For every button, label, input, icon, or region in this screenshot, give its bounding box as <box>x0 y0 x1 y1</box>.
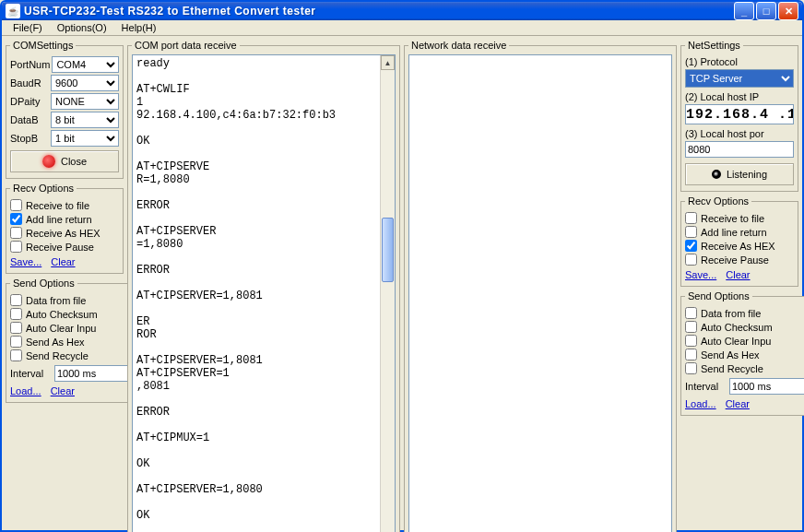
net-send-options-group: Send Options Data from file Auto Checksu… <box>680 290 804 416</box>
add-line-return-label: Add line return <box>26 214 92 225</box>
menu-options[interactable]: Options(O) <box>50 20 114 35</box>
net-auto-checksum-label: Auto Checksum <box>701 322 773 333</box>
net-send-recycle-checkbox[interactable] <box>685 362 697 374</box>
net-auto-clear-input-checkbox[interactable] <box>685 335 697 347</box>
net-send-load-link[interactable]: Load... <box>685 398 716 409</box>
recv-clear-link[interactable]: Clear <box>51 256 75 267</box>
protocol-select[interactable]: TCP Server <box>685 69 794 88</box>
net-auto-clear-input-label: Auto Clear Inpu <box>701 336 771 347</box>
auto-clear-input-checkbox[interactable] <box>10 322 22 334</box>
recv-pause-label: Receive Pause <box>26 242 94 253</box>
close-port-label: Close <box>61 156 87 167</box>
net-interval-input[interactable] <box>729 378 804 395</box>
localport-label: (3) Local host por <box>685 128 794 139</box>
stopb-select[interactable]: 1 bit <box>51 130 119 147</box>
com-recv-legend: COM port data receive <box>132 40 240 51</box>
localip-input[interactable] <box>685 104 794 124</box>
parity-select[interactable]: NONE <box>51 93 119 110</box>
com-settings-group: COMSettings PortNumCOM4 BaudR9600 DPaity… <box>6 40 124 179</box>
net-recv-pause-checkbox[interactable] <box>685 254 697 266</box>
datab-select[interactable]: 8 bit <box>51 112 119 128</box>
minimize-button[interactable]: _ <box>734 2 754 20</box>
baud-select[interactable]: 9600 <box>51 75 119 91</box>
send-options-legend: Send Options <box>10 278 77 289</box>
recv-as-hex-label: Receive As HEX <box>26 228 100 239</box>
net-data-from-file-checkbox[interactable] <box>685 307 697 319</box>
net-add-line-return-checkbox[interactable] <box>685 226 697 238</box>
maximize-button[interactable]: □ <box>756 2 776 20</box>
net-settings-legend: NetSettings <box>685 40 743 51</box>
menu-file[interactable]: File(F) <box>6 20 50 35</box>
net-send-clear-link[interactable]: Clear <box>726 398 750 409</box>
portnum-select[interactable]: COM4 <box>52 56 119 73</box>
localport-input[interactable] <box>685 141 794 158</box>
net-auto-checksum-checkbox[interactable] <box>685 321 697 333</box>
net-recv-as-hex-label: Receive As HEX <box>701 241 775 252</box>
listening-button[interactable]: Listening <box>685 163 794 185</box>
menubar: File(F) Options(O) Help(H) <box>2 20 802 36</box>
send-clear-link[interactable]: Clear <box>51 385 75 396</box>
net-settings-group: NetSettings (1) Protocol TCP Server (2) … <box>680 40 798 192</box>
app-icon: ☕ <box>6 4 20 18</box>
net-send-as-hex-label: Send As Hex <box>701 349 760 361</box>
recv-pause-checkbox[interactable] <box>10 241 22 253</box>
recv-to-file-label: Receive to file <box>26 200 89 211</box>
recv-save-link[interactable]: Save... <box>10 256 41 267</box>
datab-label: DataB <box>10 114 49 125</box>
net-recv-to-file-checkbox[interactable] <box>685 212 697 224</box>
recv-as-hex-checkbox[interactable] <box>10 227 22 239</box>
net-add-line-return-label: Add line return <box>701 227 767 238</box>
send-recycle-label: Send Recycle <box>26 350 89 361</box>
interval-label: Interval <box>10 368 53 379</box>
net-send-options-legend: Send Options <box>685 290 752 301</box>
net-send-recycle-label: Send Recycle <box>701 363 763 374</box>
scroll-up-icon[interactable]: ▲ <box>381 55 395 70</box>
com-scrollbar[interactable]: ▲ ▼ <box>380 55 395 532</box>
auto-checksum-label: Auto Checksum <box>26 309 98 320</box>
recv-to-file-checkbox[interactable] <box>10 199 22 211</box>
net-receive-textarea[interactable] <box>408 54 672 532</box>
send-as-hex-label: Send As Hex <box>26 337 85 348</box>
net-recv-legend: Network data receive <box>408 40 509 51</box>
net-recv-as-hex-checkbox[interactable] <box>685 240 697 252</box>
com-receive-textarea[interactable]: ready AT+CWLIF 1 92.168.4.100,c4:6a:b7:3… <box>132 54 396 532</box>
stopb-label: StopB <box>10 133 49 144</box>
auto-clear-input-label: Auto Clear Inpu <box>26 323 96 334</box>
add-line-return-checkbox[interactable] <box>10 213 22 225</box>
parity-label: DPaity <box>10 96 49 107</box>
localip-label: (2) Local host IP <box>685 91 794 102</box>
net-send-as-hex-checkbox[interactable] <box>685 349 697 361</box>
close-port-button[interactable]: Close <box>10 150 119 172</box>
window-title: USR-TCP232-Test RS232 to Ethernet Conver… <box>24 5 734 18</box>
protocol-label: (1) Protocol <box>685 56 794 67</box>
net-recv-clear-link[interactable]: Clear <box>726 269 750 280</box>
portnum-label: PortNum <box>10 59 50 70</box>
net-data-from-file-label: Data from file <box>701 308 761 319</box>
send-as-hex-checkbox[interactable] <box>10 336 22 348</box>
com-recv-options-group: Recv Options Receive to file Add line re… <box>6 183 124 274</box>
red-indicator-icon <box>42 155 55 168</box>
net-recv-options-legend: Recv Options <box>685 195 751 207</box>
net-recv-to-file-label: Receive to file <box>701 213 764 224</box>
listening-label: Listening <box>727 169 767 180</box>
net-interval-label: Interval <box>685 381 727 392</box>
auto-checksum-checkbox[interactable] <box>10 308 22 320</box>
net-recv-options-group: Recv Options Receive to file Add line re… <box>680 195 798 287</box>
data-from-file-label: Data from file <box>26 295 86 306</box>
scroll-thumb[interactable] <box>382 218 394 282</box>
window-close-button[interactable]: ✕ <box>778 2 798 20</box>
data-from-file-checkbox[interactable] <box>10 294 22 306</box>
send-recycle-checkbox[interactable] <box>10 349 22 361</box>
send-load-link[interactable]: Load... <box>10 385 41 396</box>
net-recv-pause-label: Receive Pause <box>701 254 769 266</box>
black-indicator-icon <box>712 170 721 179</box>
recv-options-legend: Recv Options <box>10 183 77 194</box>
baud-label: BaudR <box>10 77 49 89</box>
menu-help[interactable]: Help(H) <box>114 20 164 35</box>
com-settings-legend: COMSettings <box>10 40 76 51</box>
net-recv-save-link[interactable]: Save... <box>685 269 716 280</box>
